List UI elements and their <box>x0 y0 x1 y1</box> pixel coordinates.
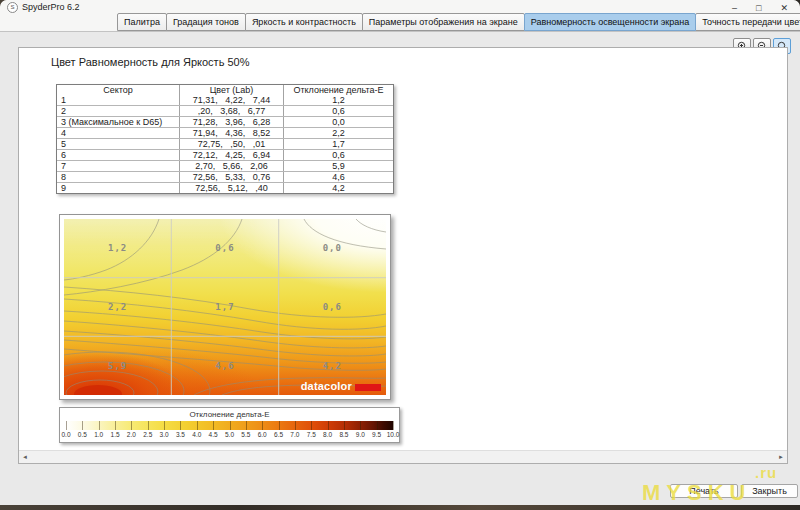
scale-tick-label: 1.5 <box>111 431 120 438</box>
scale-tick-label: 3.0 <box>160 431 169 438</box>
sector-value-labels: 1,2 0,6 0,0 2,2 1,7 0,6 5,9 4,6 <box>64 219 386 395</box>
sector-cell: 6 <box>57 150 180 160</box>
delta-e-cell: 4,6 <box>284 172 393 182</box>
sector-cell: 3 (Максимальное к D65) <box>57 117 180 127</box>
table-row: 3 (Максимальное к D65) 71,28, 3,96, 6,28… <box>57 116 393 127</box>
scroll-left-arrow-icon[interactable]: ◄ <box>19 451 31 463</box>
sector-cell: 5 <box>57 139 180 149</box>
datacolor-logo-bar <box>355 384 381 391</box>
column-header-delta: Отклонение дельта-E <box>284 85 393 95</box>
scale-tick-label: 6.5 <box>274 431 283 438</box>
table-row: 7 2,70, 5,66, 2,06 5,9 <box>57 160 393 171</box>
tab[interactable]: Точность передачи цвета <box>695 13 800 31</box>
lab-cell: 71,28, 3,96, 6,28 <box>180 117 284 127</box>
tab[interactable]: Параметры отображения на экране <box>362 13 525 31</box>
tab[interactable]: Яркость и контрастность <box>245 13 363 31</box>
horizontal-scrollbar[interactable]: ◄ ► <box>19 450 787 463</box>
scale-tick-label: 7.5 <box>307 431 316 438</box>
tab[interactable]: Равномерность освещенности экрана <box>524 13 697 31</box>
delta-e-cell: 1,7 <box>284 139 393 149</box>
color-scale-gradient <box>66 421 393 430</box>
page-title: Цвет Равномерность для Яркость 50% <box>51 56 249 68</box>
tab-bar: Палитра Градация тонов Яркость и контрас… <box>118 13 800 31</box>
scroll-right-arrow-icon[interactable]: ► <box>775 451 787 463</box>
table-row: 2 ,20, 3,68, 6,77 0,6 <box>57 105 393 116</box>
table-row: 5 72,75, ,50, ,01 1,7 <box>57 138 393 149</box>
table-row: 4 71,94, 4,36, 8,52 2,2 <box>57 127 393 138</box>
uniformity-heatmap: 1,2 0,6 0,0 2,2 1,7 0,6 5,9 4,6 <box>64 219 386 395</box>
minimize-button[interactable]: – <box>732 4 737 13</box>
report-panel: Цвет Равномерность для Яркость 50% Секто… <box>18 47 788 464</box>
lab-cell: 72,56, 5,12, ,40 <box>180 183 284 193</box>
lab-cell: 71,94, 4,36, 8,52 <box>180 128 284 138</box>
lab-cell: 72,12, 4,25, 6,94 <box>180 150 284 160</box>
scale-tick-labels: 0.0 0.5 1.0 1.5 2.0 2.5 3.0 3.5 4.0 <box>66 431 393 439</box>
lab-cell: 2,70, 5,66, 2,06 <box>180 161 284 171</box>
sector-value-label: 1,2 <box>64 219 171 278</box>
delta-e-cell: 0,6 <box>284 150 393 160</box>
scale-tick-label: 3.5 <box>176 431 185 438</box>
scale-tick-label: 4.0 <box>192 431 201 438</box>
scale-tick-label: 9.5 <box>372 431 381 438</box>
window-title: SpyderPro 6.2 <box>22 2 80 12</box>
scale-tick-label: 0.0 <box>61 431 70 438</box>
close-window-button[interactable]: ✕ <box>780 4 788 13</box>
table-body: 1 71,31, 4,22, 7,44 1,2 2 ,20, 3,68, 6,7… <box>57 95 393 193</box>
scale-tick-label: 2.5 <box>143 431 152 438</box>
scale-tick-label: 1.0 <box>94 431 103 438</box>
sector-value-label: 4,6 <box>171 336 278 395</box>
tab[interactable]: Градация тонов <box>166 13 246 31</box>
close-button[interactable]: Закрыть <box>741 484 798 498</box>
table-row: 6 72,12, 4,25, 6,94 0,6 <box>57 149 393 160</box>
sector-value-label: 2,2 <box>64 278 171 337</box>
lab-cell: 72,56, 5,33, 0,76 <box>180 172 284 182</box>
sector-value-label: 5,9 <box>64 336 171 395</box>
scale-tick-label: 8.0 <box>323 431 332 438</box>
sector-cell: 2 <box>57 106 180 116</box>
scale-tick-label: 10.0 <box>387 431 400 438</box>
sector-value-label: 0,6 <box>171 219 278 278</box>
delta-e-cell: 2,2 <box>284 128 393 138</box>
sector-cell: 8 <box>57 172 180 182</box>
delta-e-cell: 4,2 <box>284 183 393 193</box>
scale-tick-label: 2.0 <box>127 431 136 438</box>
app-window: S SpyderPro 6.2 – □ ✕ Палитра Градация т… <box>0 0 800 505</box>
scale-tick-label: 5.5 <box>241 431 250 438</box>
sector-value-label: 0,6 <box>279 278 386 337</box>
table-row: 8 72,56, 5,33, 0,76 4,6 <box>57 171 393 182</box>
scale-tick-label: 9.0 <box>356 431 365 438</box>
print-button[interactable]: Печать <box>670 484 738 498</box>
color-scale-title: Отклонение дельта-E <box>66 410 393 419</box>
column-header-lab: Цвет (Lab) <box>180 85 284 95</box>
sector-cell: 9 <box>57 183 180 193</box>
delta-e-cell: 1,2 <box>284 95 393 105</box>
delta-e-cell: 0,0 <box>284 117 393 127</box>
watermark-suffix: .ru <box>755 464 777 481</box>
column-header-sector: Сектор <box>57 85 180 95</box>
sector-value-label: 0,0 <box>279 219 386 278</box>
table-header-row: Сектор Цвет (Lab) Отклонение дельта-E <box>57 85 393 95</box>
heatmap-box: 1,2 0,6 0,0 2,2 1,7 0,6 5,9 4,6 <box>59 214 391 400</box>
lab-cell: 72,75, ,50, ,01 <box>180 139 284 149</box>
scale-tick-label: 5.0 <box>225 431 234 438</box>
table-row: 1 71,31, 4,22, 7,44 1,2 <box>57 95 393 105</box>
scale-tick-label: 0.5 <box>78 431 87 438</box>
scale-tick-label: 6.0 <box>258 431 267 438</box>
sector-cell: 1 <box>57 95 180 105</box>
scale-tick-label: 4.5 <box>209 431 218 438</box>
titlebar: S SpyderPro 6.2 <box>0 0 800 14</box>
lab-cell: ,20, 3,68, 6,77 <box>180 106 284 116</box>
app-icon: S <box>7 2 18 13</box>
window-controls: – □ ✕ <box>732 4 788 13</box>
lab-cell: 71,31, 4,22, 7,44 <box>180 95 284 105</box>
maximize-button[interactable]: □ <box>756 4 761 13</box>
window-chrome: S SpyderPro 6.2 – □ ✕ Палитра Градация т… <box>0 0 800 32</box>
delta-e-cell: 0,6 <box>284 106 393 116</box>
sector-cell: 4 <box>57 128 180 138</box>
scale-tick-label: 8.5 <box>339 431 348 438</box>
tab[interactable]: Палитра <box>117 13 167 31</box>
uniformity-table: Сектор Цвет (Lab) Отклонение дельта-E 1 … <box>56 84 394 194</box>
sector-value-label: 1,7 <box>171 278 278 337</box>
sector-cell: 7 <box>57 161 180 171</box>
delta-e-cell: 5,9 <box>284 161 393 171</box>
